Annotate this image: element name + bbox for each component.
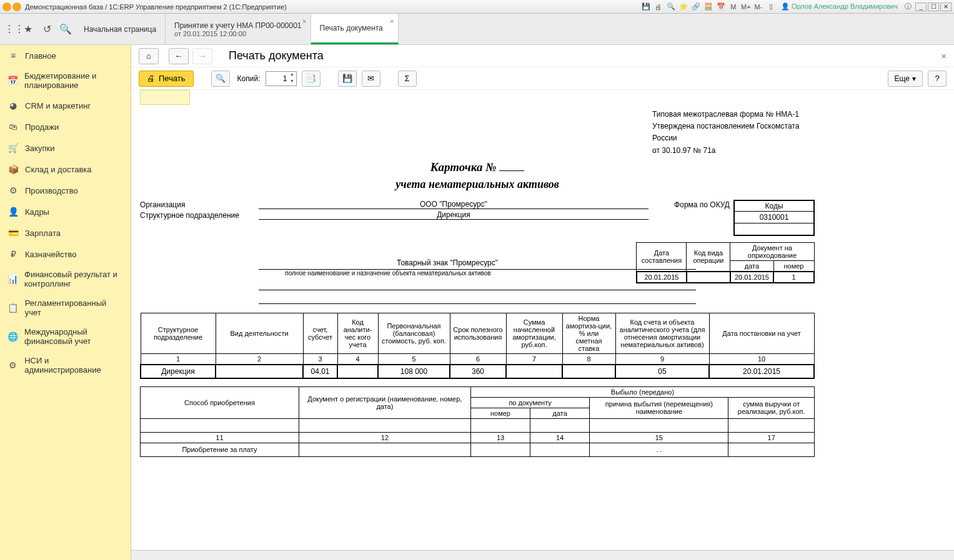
sidebar-icon: ◕ bbox=[7, 100, 19, 111]
sidebar-icon: ≡ bbox=[7, 50, 19, 61]
minimize-button[interactable]: _ bbox=[915, 2, 927, 11]
card-subtitle: учета нематериальных активов bbox=[140, 178, 815, 191]
sidebar: ≡Главное📅Бюджетирование и планирование◕C… bbox=[0, 45, 131, 560]
tab-print[interactable]: Печать документа × bbox=[311, 14, 399, 44]
sidebar-item-4[interactable]: 🛒Закупки bbox=[0, 137, 131, 159]
dropdown-icon[interactable] bbox=[12, 2, 21, 11]
sidebar-item-7[interactable]: 👤Кадры bbox=[0, 201, 131, 222]
sum-button[interactable]: Σ bbox=[398, 71, 417, 87]
tab-close-icon[interactable]: × bbox=[302, 17, 306, 25]
sidebar-icon: ⚙ bbox=[7, 185, 19, 196]
history-icon[interactable]: ↺ bbox=[37, 14, 56, 44]
document-scroll[interactable]: Типовая межотраслевая форма № НМА-1 Утве… bbox=[131, 90, 954, 550]
sidebar-item-2[interactable]: ◕CRM и маркетинг bbox=[0, 95, 131, 116]
sidebar-icon: 📊 bbox=[7, 273, 18, 285]
tab-bar: ⋮⋮⋮ ★ ↺ 🔍 Начальная страница Принятие к … bbox=[0, 14, 954, 45]
titlebar: Демонстрационная база / 1С:ERP Управлени… bbox=[0, 0, 954, 14]
sidebar-item-label: Бюджетирование и планирование bbox=[24, 71, 123, 90]
window-title: Демонстрационная база / 1С:ERP Управлени… bbox=[25, 3, 287, 11]
tab-document[interactable]: Принятие к учету НМА ПР00-000001 от 20.0… bbox=[166, 14, 311, 44]
sidebar-icon: ₽ bbox=[7, 248, 19, 260]
calc-icon[interactable]: 🧮 bbox=[703, 2, 713, 12]
print-toolbar: 🖨 Печать 🔍 Копий: ▲▼ 📑 💾 ✉ Σ Еще ▾ ? bbox=[131, 67, 954, 90]
dept-value: Дирекция bbox=[259, 210, 648, 220]
preview-icon[interactable]: 🔍 bbox=[666, 2, 676, 12]
print-button[interactable]: 🖨 Печать bbox=[139, 71, 194, 87]
sidebar-icon: 🛒 bbox=[7, 142, 19, 154]
forward-button[interactable]: → bbox=[192, 48, 212, 64]
org-value: ООО "Промресурс" bbox=[259, 200, 648, 209]
close-button[interactable]: ✕ bbox=[940, 2, 952, 11]
page-close-icon[interactable]: × bbox=[941, 51, 947, 61]
active-cell[interactable] bbox=[140, 90, 190, 105]
sidebar-item-1[interactable]: 📅Бюджетирование и планирование bbox=[0, 66, 131, 95]
star-icon[interactable]: ★ bbox=[19, 14, 37, 44]
memory-m-icon[interactable]: М bbox=[728, 2, 738, 12]
panel-icon[interactable]: ▯ bbox=[766, 2, 776, 12]
sidebar-item-6[interactable]: ⚙Производство bbox=[0, 180, 131, 201]
link-icon[interactable]: 🔗 bbox=[691, 2, 701, 12]
sidebar-item-label: Регламентированный учет bbox=[25, 298, 123, 317]
mini-table: Дата составления Код вида операции Докум… bbox=[636, 242, 815, 283]
info-icon[interactable]: ⓘ bbox=[903, 2, 913, 12]
sidebar-icon: 💳 bbox=[7, 227, 19, 238]
email-button[interactable]: ✉ bbox=[362, 71, 380, 87]
sidebar-item-0[interactable]: ≡Главное bbox=[0, 45, 131, 66]
form-info: Типовая межотраслевая форма № НМА-1 Утве… bbox=[652, 109, 815, 157]
favorite-icon[interactable]: ⭐ bbox=[678, 2, 688, 12]
sidebar-item-10[interactable]: 📊Финансовый результат и контроллинг bbox=[0, 265, 131, 293]
back-button[interactable]: ← bbox=[169, 48, 189, 64]
card-title: Карточка № bbox=[140, 160, 815, 174]
help-button[interactable]: ? bbox=[928, 71, 947, 87]
copies-label: Копий: bbox=[237, 74, 261, 83]
sidebar-item-label: Зарплата bbox=[25, 228, 61, 238]
sidebar-item-11[interactable]: 📋Регламентированный учет bbox=[0, 293, 131, 322]
save-icon[interactable]: 💾 bbox=[641, 2, 651, 12]
horizontal-scrollbar[interactable] bbox=[131, 550, 954, 560]
sidebar-item-label: Производство bbox=[25, 186, 78, 195]
disposal-table: Способ приобретения Документ о регистрац… bbox=[140, 386, 815, 457]
sidebar-icon: 🛍 bbox=[7, 121, 19, 132]
codes-box: Коды 0310001 bbox=[733, 200, 815, 236]
spin-down-icon[interactable]: ▼ bbox=[289, 79, 296, 86]
sidebar-icon: 👤 bbox=[7, 206, 19, 217]
tab-label: Принятие к учету НМА ПР00-000001 bbox=[174, 21, 301, 30]
sidebar-item-9[interactable]: ₽Казначейство bbox=[0, 243, 131, 265]
sidebar-icon: 📅 bbox=[7, 75, 18, 86]
main-table: Структурное подразделение Вид деятельнос… bbox=[140, 313, 815, 379]
sidebar-item-label: Казначейство bbox=[25, 250, 76, 259]
sidebar-item-label: Главное bbox=[25, 51, 56, 61]
sidebar-item-3[interactable]: 🛍Продажи bbox=[0, 116, 131, 137]
calendar-icon[interactable]: 📅 bbox=[716, 2, 726, 12]
user-label[interactable]: 👤 Орлов Александр Владимирович bbox=[781, 2, 898, 11]
sidebar-item-label: НСИ и администрирование bbox=[24, 356, 123, 375]
preview-button[interactable]: 🔍 bbox=[211, 71, 230, 87]
save-file-button[interactable]: 💾 bbox=[338, 71, 357, 87]
tab-home[interactable]: Начальная страница bbox=[75, 14, 166, 44]
sidebar-item-13[interactable]: ⚙НСИ и администрирование bbox=[0, 351, 131, 380]
sidebar-item-12[interactable]: 🌐Международный финансовый учет bbox=[0, 322, 131, 351]
spin-up-icon[interactable]: ▲ bbox=[289, 72, 296, 79]
sidebar-icon: 📦 bbox=[7, 164, 19, 175]
memory-mplus-icon[interactable]: М+ bbox=[741, 2, 751, 12]
search-icon[interactable]: 🔍 bbox=[56, 14, 75, 44]
sidebar-item-5[interactable]: 📦Склад и доставка bbox=[0, 159, 131, 180]
sidebar-item-label: Склад и доставка bbox=[25, 165, 92, 174]
content-area: ⌂ ← → Печать документа × 🖨 Печать 🔍 Копи… bbox=[131, 45, 954, 560]
home-button[interactable]: ⌂ bbox=[139, 48, 159, 64]
content-header: ⌂ ← → Печать документа × bbox=[131, 45, 954, 67]
print-icon[interactable]: 🖨 bbox=[653, 2, 663, 12]
sidebar-icon: 🌐 bbox=[7, 331, 18, 342]
sidebar-icon: ⚙ bbox=[7, 360, 18, 371]
sidebar-item-label: Кадры bbox=[25, 207, 49, 217]
memory-mminus-icon[interactable]: М- bbox=[753, 2, 763, 12]
template-button[interactable]: 📑 bbox=[302, 71, 320, 87]
apps-icon[interactable]: ⋮⋮⋮ bbox=[0, 14, 19, 44]
tab-sublabel: от 20.01.2015 12:00:00 bbox=[174, 30, 301, 37]
sidebar-item-8[interactable]: 💳Зарплата bbox=[0, 222, 131, 243]
more-button[interactable]: Еще ▾ bbox=[888, 71, 923, 87]
dept-label: Структурное подразделение bbox=[140, 211, 259, 220]
tab-label: Печать документа bbox=[320, 24, 389, 32]
tab-close-icon[interactable]: × bbox=[390, 17, 394, 25]
maximize-button[interactable]: ☐ bbox=[928, 2, 939, 11]
